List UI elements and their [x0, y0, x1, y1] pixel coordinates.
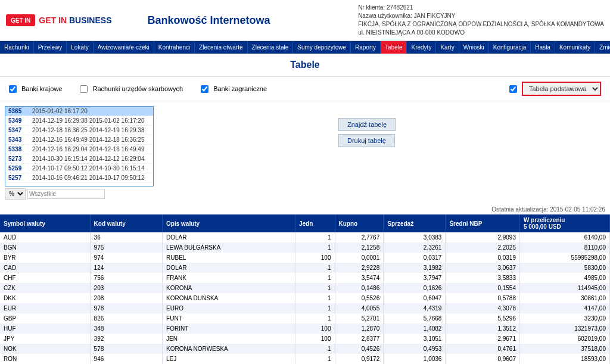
banki-zagraniczne-checkbox[interactable] [201, 85, 208, 93]
table-cell: RON [0, 354, 90, 364]
table-cell: 0,1486 [335, 283, 384, 293]
list-filter-input[interactable] [27, 189, 105, 199]
list-item-dates: 2015-01-02 16:17:20 [32, 108, 88, 114]
table-cell: 3,1982 [384, 263, 446, 273]
table-header: W przeliczeniu 5 000,00 USD [519, 214, 609, 232]
table-cell: EURO [163, 303, 295, 313]
nav-item-raporty[interactable]: Raporty [351, 41, 381, 54]
table-cell: JEN [163, 334, 295, 344]
header: GET IN GET IN BUSINESS Bankowość Interne… [0, 0, 610, 41]
list-item-id: 5257 [8, 175, 29, 181]
print-table-button[interactable]: Drukuj tabelę [338, 134, 395, 147]
table-cell: 1 [295, 273, 335, 283]
nav-item-lokaty[interactable]: Lokaty [67, 41, 93, 54]
table-cell: 18593,00 [519, 354, 609, 364]
logo-get-text: GET IN [11, 17, 30, 24]
table-cell: 2,9093 [446, 232, 520, 242]
table-cell: LEJ [163, 354, 295, 364]
table-cell: 3,0637 [446, 263, 520, 273]
list-item[interactable]: 53652015-01-02 16:17:20 [5, 107, 153, 116]
table-cell: 1 [295, 344, 335, 354]
table-cell: 1 [295, 354, 335, 364]
bank-name: Bankowość Internetowa [147, 14, 270, 27]
table-cell: 1 [295, 293, 335, 303]
nav-item-sumy-depozytowe[interactable]: Sumy depozytowe [293, 41, 351, 54]
banki-krajowe-checkbox[interactable] [9, 85, 17, 93]
table-cell: 37518,00 [519, 344, 609, 354]
nav-item-awizowania-e-czeki[interactable]: Awizowania/e-czeki [94, 41, 154, 54]
table-cell: 392 [90, 334, 162, 344]
table-cell: 3,5474 [335, 273, 384, 283]
table-cell: 946 [90, 354, 162, 364]
nav-item-kontrahenci[interactable]: Kontrahenci [154, 41, 195, 54]
table-cell: 4147,00 [519, 303, 609, 313]
table-cell: 0,5788 [446, 293, 520, 303]
filter-banki-krajowe[interactable]: Banki krajowe [9, 85, 62, 93]
client-name: Nazwa użytkownika: JAN FIKCYJNY [358, 12, 604, 20]
filter-rachunki[interactable]: Rachunki urzędów skarbowych [80, 85, 183, 93]
table-cell: 1 [295, 242, 335, 253]
table-cell: 208 [90, 293, 162, 303]
table-cell: 3,7947 [384, 273, 446, 283]
table-cell: 0,9607 [446, 354, 520, 364]
table-cell: 0,1554 [446, 283, 520, 293]
table-cell: HUF [0, 323, 90, 334]
list-item-dates: 2014-10-17 09:50:12 2014-10-30 16:15:14 [32, 165, 145, 172]
table-row: NOK578KORONA NORWESKA10,45260,49530,4761… [0, 344, 610, 354]
table-cell: 1321973,00 [519, 323, 609, 334]
table-cell: 5,7668 [384, 313, 446, 323]
nav-item-komunikaty[interactable]: Komunikaty [555, 41, 595, 54]
table-cell: CAD [0, 263, 90, 273]
nav-item-rachunki[interactable]: Rachunki [0, 41, 34, 54]
nav-item-konfiguracja[interactable]: Konfiguracja [489, 41, 531, 54]
table-cell: 1,0036 [384, 354, 446, 364]
nav-item-karty[interactable]: Karty [436, 41, 459, 54]
nav-item-zmie--klienta[interactable]: Zmień klienta [595, 41, 610, 54]
tabela-checkbox[interactable] [509, 85, 517, 93]
table-cell: 2,9228 [335, 263, 384, 273]
list-item[interactable]: 53492014-12-19 16:29:38 2015-01-02 16:17… [5, 116, 153, 126]
table-cell: 8110,00 [519, 242, 609, 253]
filter-tabela-dropdown-container[interactable]: Tabela podstawowaTabela ATabela BTabela … [509, 82, 601, 96]
table-cell: 2,1258 [335, 242, 384, 253]
table-cell: 0,0317 [384, 253, 446, 263]
filter-bar: Banki krajowe Rachunki urzędów skarbowyc… [0, 77, 610, 101]
logo-getin: GET IN [39, 15, 67, 25]
nav-item-has-a[interactable]: Hasła [531, 41, 555, 54]
list-item-id: 5365 [8, 108, 29, 114]
list-item[interactable]: 53472014-12-18 16:36:25 2014-12-19 16:29… [5, 126, 153, 135]
list-filter-select[interactable]: % [5, 188, 26, 200]
filter-banki-zagraniczne[interactable]: Banki zagraniczne [201, 85, 267, 93]
table-cell: 2,7767 [335, 232, 384, 242]
table-cell: 2,9671 [446, 334, 520, 344]
list-item[interactable]: 52572014-10-16 09:46:21 2014-10-17 09:50… [5, 173, 153, 183]
list-item[interactable]: 53432014-12-16 16:49:49 2014-12-18 16:36… [5, 135, 153, 145]
tables-list[interactable]: 53652015-01-02 16:17:2053492014-12-19 16… [5, 106, 154, 186]
client-company1: FIKCJA, SPÓŁKA Z OGRANICZONĄ ODPOW.EDZIA… [358, 20, 604, 29]
table-header: Sprzedaż [384, 214, 446, 232]
list-item-dates: 2014-10-16 09:46:21 2014-10-17 09:50:12 [32, 175, 145, 181]
tabela-select[interactable]: Tabela podstawowaTabela ATabela BTabela … [522, 82, 601, 96]
table-cell: DOLAR [163, 263, 295, 273]
nav-item-kredyty[interactable]: Kredyty [407, 41, 436, 54]
nav-item-wnioski[interactable]: Wnioski [459, 41, 489, 54]
find-table-button[interactable]: Znajdź tabelę [338, 118, 396, 131]
table-cell: 975 [90, 242, 162, 253]
list-item[interactable]: 53382014-12-16 16:29:04 2014-12-16 16:49… [5, 145, 153, 154]
list-controls: % [5, 188, 154, 200]
nav-item-tabele[interactable]: Tabele [381, 41, 407, 54]
table-cell: 1 [295, 263, 335, 273]
table-cell: 756 [90, 273, 162, 283]
nav-item-przelewy[interactable]: Przelewy [34, 41, 67, 54]
table-header: Średni NBP [446, 214, 520, 232]
nav-item-zlecenia-sta-e[interactable]: Zlecenia stałe [248, 41, 294, 54]
table-cell: 0,0001 [335, 253, 384, 263]
list-item[interactable]: 52592014-10-17 09:50:12 2014-10-30 16:15… [5, 164, 153, 173]
left-panel: 53652015-01-02 16:17:2053492014-12-19 16… [5, 106, 154, 200]
nav-item-zlecenia-otwarte[interactable]: Zlecenia otwarte [195, 41, 247, 54]
table-cell: 55995298,00 [519, 253, 609, 263]
rachunki-checkbox[interactable] [80, 85, 88, 93]
table-row: BGN975LEWA BUŁGARSKA12,12582,32612,20258… [0, 242, 610, 253]
list-item[interactable]: 52732014-10-30 16:15:14 2014-12-12 16:29… [5, 154, 153, 164]
table-cell: 2,8377 [335, 334, 384, 344]
